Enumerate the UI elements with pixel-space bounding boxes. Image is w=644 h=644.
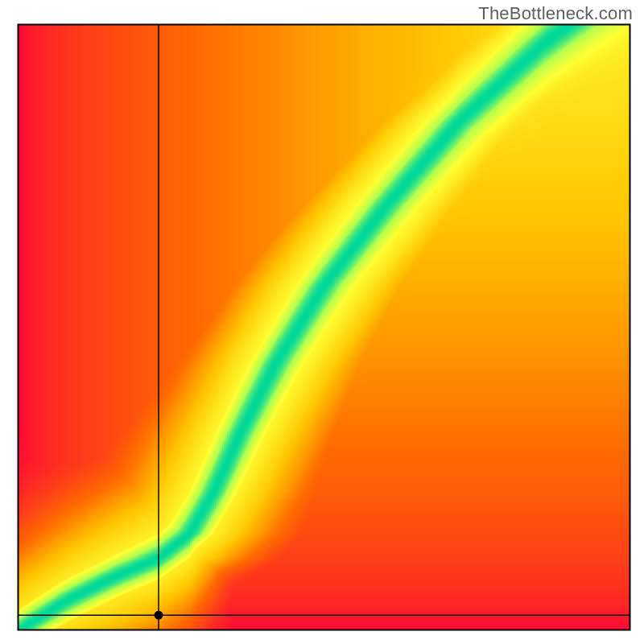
watermark-text: TheBottleneck.com bbox=[478, 3, 633, 24]
heatmap-canvas bbox=[0, 0, 644, 644]
chart-container: TheBottleneck.com bbox=[0, 0, 644, 644]
